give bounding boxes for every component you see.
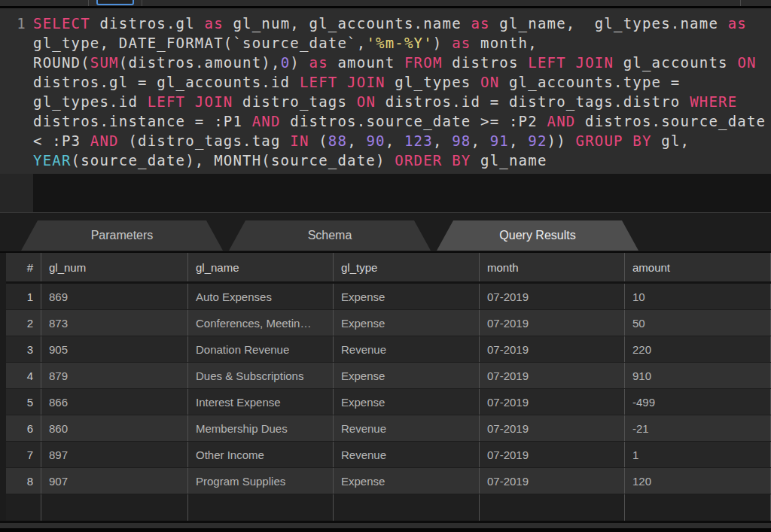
row-number-cell[interactable]: 6 [6,415,41,441]
table-cell[interactable]: Revenue [334,442,480,467]
code-line[interactable]: gl_type, DATE_FORMAT(`source_date`,'%m-%… [0,33,771,53]
table-cell[interactable]: 905 [41,336,188,362]
table-cell[interactable]: Expense [334,468,480,494]
table-cell[interactable]: Expense [334,310,480,336]
line-number [0,72,33,92]
code-token: WHERE [690,93,737,110]
code-line[interactable]: ROUND(SUM(distros.amount),0) as amount F… [0,53,771,72]
tab-schema[interactable]: Schema [229,220,431,251]
code-token: YEAR [33,152,72,169]
table-row[interactable]: 7897Other IncomeRevenue07-20191 [6,442,771,468]
column-header-gl_type[interactable]: gl_type [334,253,480,281]
column-header-gl_num[interactable]: gl_num [41,253,188,281]
table-cell[interactable]: 07-2019 [480,336,625,362]
code-line[interactable]: 1SELECT distros.gl as gl_num, gl_account… [0,14,771,33]
code-line[interactable]: < :P3 AND (distro_tags.tag IN (88, 90, 1… [0,131,771,150]
row-number-cell[interactable]: 4 [6,363,41,388]
table-cell[interactable]: Donation Revenue [188,336,334,362]
table-row[interactable]: 3905Donation RevenueRevenue07-2019220 [6,336,771,363]
tab-query-results[interactable]: Query Results [437,220,638,251]
row-number-cell[interactable]: 2 [6,310,41,336]
code-line[interactable]: distros.gl = gl_accounts.id LEFT JOIN gl… [0,72,771,92]
table-row[interactable]: 2873Conferences, Meetin…Expense07-201950 [6,310,771,336]
table-cell[interactable]: 50 [625,310,771,336]
table-cell[interactable]: Expense [334,284,480,309]
code-line-text[interactable]: distros.instance = :P1 AND distros.sourc… [33,111,771,131]
top-toolbar-sliver [0,0,771,6]
horizontal-scrollbar[interactable] [0,523,771,528]
table-cell[interactable]: Other Income [188,442,334,467]
code-line[interactable]: YEAR(source_date), MONTH(source_date) OR… [0,150,771,170]
table-cell[interactable]: 07-2019 [480,310,625,336]
table-cell[interactable]: Auto Expenses [188,284,334,309]
column-header-amount[interactable]: amount [625,253,771,281]
row-number-cell[interactable]: 3 [6,336,41,362]
table-row[interactable]: 8907Program SuppliesExpense07-2019120 [6,468,771,494]
table-cell[interactable]: -21 [625,415,771,441]
table-row[interactable]: 5866Interest ExpenseExpense07-2019-499 [6,389,771,415]
code-line-text[interactable]: SELECT distros.gl as gl_num, gl_accounts… [33,14,771,33]
table-cell[interactable]: Membership Dues [188,415,334,441]
code-line-text[interactable]: gl_type, DATE_FORMAT(`source_date`,'%m-%… [33,33,771,53]
code-token: ORDER BY [395,152,471,169]
table-cell[interactable]: 879 [41,363,188,388]
table-row[interactable]: 1869Auto ExpensesExpense07-201910 [6,284,771,310]
table-cell[interactable]: 873 [41,310,188,336]
code-line-text[interactable]: gl_types.id LEFT JOIN distro_tags ON dis… [33,92,771,111]
code-token: AND [547,113,576,129]
table-cell[interactable]: Program Supplies [188,468,334,494]
table-cell[interactable]: 907 [41,468,188,494]
code-token: , [347,132,366,149]
table-cell[interactable]: 897 [41,442,188,467]
code-line-text[interactable]: ROUND(SUM(distros.amount),0) as amount F… [33,53,771,72]
table-cell[interactable]: 1 [625,442,771,467]
column-header-month[interactable]: month [480,253,625,281]
table-cell[interactable]: Dues & Subscriptions [188,363,334,388]
code-token: ROUND( [33,54,90,71]
active-query-tab-indicator[interactable] [96,0,134,5]
table-cell[interactable]: 07-2019 [480,442,625,467]
code-token: 90 [366,132,385,149]
code-line[interactable]: gl_types.id LEFT JOIN distro_tags ON dis… [0,92,771,111]
table-row[interactable]: 6860Membership DuesRevenue07-2019-21 [6,415,771,442]
table-row[interactable]: 4879Dues & SubscriptionsExpense07-201991… [6,363,771,389]
table-cell[interactable]: 07-2019 [480,389,625,415]
code-lines: 1SELECT distros.gl as gl_num, gl_account… [0,8,771,174]
row-number-cell[interactable]: 1 [6,284,41,309]
table-cell[interactable]: 220 [625,336,771,362]
code-line-text[interactable]: YEAR(source_date), MONTH(source_date) OR… [33,150,771,170]
table-cell[interactable]: 860 [41,415,188,441]
code-token: ( [309,132,328,149]
row-number-cell[interactable]: 7 [6,442,41,467]
column-header-gl_name[interactable]: gl_name [188,253,334,281]
table-cell[interactable]: Expense [334,389,480,415]
code-line-text[interactable]: distros.gl = gl_accounts.id LEFT JOIN gl… [33,72,771,92]
tab-parameters[interactable]: Parameters [21,220,223,251]
sql-editor[interactable]: 1SELECT distros.gl as gl_num, gl_account… [0,8,771,213]
code-token: , [509,132,528,149]
column-header-row-number[interactable]: # [6,253,41,281]
table-cell[interactable]: Conferences, Meetin… [188,310,334,336]
table-cell[interactable]: 120 [625,468,771,494]
table-cell[interactable]: 07-2019 [480,468,625,494]
table-cell[interactable]: 866 [41,389,188,415]
table-cell[interactable]: 07-2019 [480,415,625,441]
toolbar-divider [740,0,741,6]
code-line[interactable]: distros.instance = :P1 AND distros.sourc… [0,111,771,131]
row-number-cell[interactable]: 8 [6,468,41,494]
table-cell[interactable]: Expense [334,363,480,388]
row-number-cell[interactable]: 5 [6,389,41,415]
table-cell[interactable]: Revenue [334,415,480,441]
table-cell[interactable]: 910 [625,363,771,388]
code-token: '%m-%Y' [366,35,432,51]
table-cell[interactable]: Revenue [334,336,480,362]
code-token: 123 [404,132,433,149]
table-cell[interactable]: 07-2019 [480,284,625,309]
table-cell[interactable]: 10 [625,284,771,309]
code-line-text[interactable]: < :P3 AND (distro_tags.tag IN (88, 90, 1… [33,131,771,150]
table-cell[interactable]: -499 [625,389,771,415]
code-token: SUM [90,54,119,71]
table-cell[interactable]: 07-2019 [480,363,625,388]
table-cell[interactable]: 869 [41,284,188,309]
table-cell[interactable]: Interest Expense [188,389,334,415]
